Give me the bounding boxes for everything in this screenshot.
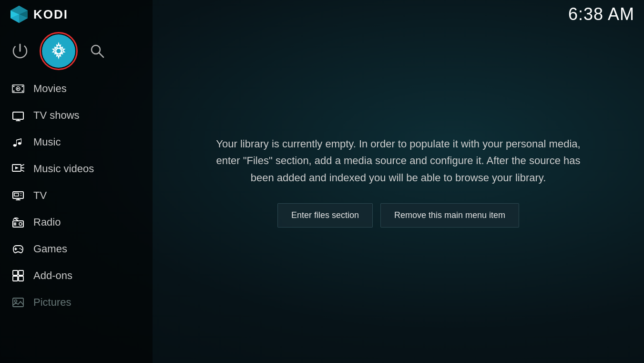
remove-menu-item-button[interactable]: Remove this main menu item [380, 203, 519, 228]
svg-rect-19 [13, 112, 23, 119]
svg-line-26 [22, 170, 24, 171]
sidebar-item-tv[interactable]: TV [0, 182, 153, 209]
pictures-label: Pictures [33, 296, 71, 309]
tv-shows-label: TV shows [33, 109, 80, 122]
movies-icon [11, 82, 25, 95]
svg-point-9 [56, 48, 61, 54]
empty-library-panel: Your library is currently empty. In orde… [203, 126, 594, 237]
svg-point-15 [13, 91, 15, 92]
sidebar-item-games[interactable]: Games [0, 236, 153, 262]
clock-display: 6:38 AM [568, 4, 634, 24]
tv-label: TV [33, 189, 47, 202]
sidebar-item-add-ons[interactable]: Add-ons [0, 262, 153, 289]
svg-rect-30 [14, 193, 19, 196]
svg-point-39 [20, 248, 20, 249]
sidebar-item-music-videos[interactable]: Music videos [0, 156, 153, 182]
header-bar: KODI 6:38 AM [0, 0, 644, 29]
sidebar-item-music[interactable]: Music [0, 129, 153, 156]
main-content-area: Your library is currently empty. In orde… [153, 0, 644, 363]
svg-point-34 [19, 223, 22, 226]
top-nav [0, 29, 153, 73]
tv-icon [11, 189, 25, 202]
search-icon [90, 43, 105, 59]
power-icon [11, 42, 29, 60]
svg-point-31 [20, 193, 21, 194]
tv-shows-icon [11, 109, 25, 122]
kodi-logo-icon [10, 5, 29, 24]
sidebar-item-pictures[interactable]: Pictures [0, 289, 153, 316]
logo-area: KODI [10, 5, 68, 24]
music-videos-icon [11, 162, 25, 176]
power-button[interactable] [10, 41, 31, 62]
radio-label: Radio [33, 216, 61, 228]
addons-icon [11, 269, 25, 282]
svg-rect-43 [13, 276, 18, 281]
svg-point-46 [15, 300, 17, 302]
svg-point-13 [13, 86, 15, 87]
games-label: Games [33, 243, 67, 255]
music-icon [11, 135, 25, 149]
sidebar-item-tv-shows[interactable]: TV shows [0, 102, 153, 129]
add-ons-label: Add-ons [33, 270, 72, 282]
radio-icon [11, 216, 25, 229]
gear-icon [50, 42, 68, 60]
movies-label: Movies [33, 83, 67, 95]
svg-rect-42 [19, 270, 23, 275]
svg-rect-41 [13, 270, 18, 275]
svg-point-40 [21, 249, 22, 250]
svg-point-14 [22, 86, 23, 87]
music-label: Music [33, 136, 61, 148]
enter-files-button[interactable]: Enter files section [277, 203, 373, 228]
games-icon [11, 242, 25, 256]
svg-point-32 [20, 195, 21, 196]
search-button[interactable] [87, 41, 108, 62]
sidebar-item-movies[interactable]: Movies [0, 75, 153, 102]
main-menu: Movies TV shows Music [0, 75, 153, 363]
sidebar: Movies TV shows Music [0, 0, 153, 363]
music-videos-label: Music videos [33, 163, 94, 175]
action-buttons-group: Enter files section Remove this main men… [213, 203, 584, 228]
svg-point-16 [22, 91, 23, 92]
empty-library-message: Your library is currently empty. In orde… [213, 135, 584, 186]
kodi-brand-text: KODI [33, 7, 68, 22]
svg-line-11 [99, 53, 103, 57]
svg-line-24 [22, 165, 24, 166]
pictures-icon [11, 296, 25, 309]
settings-button[interactable] [42, 34, 75, 68]
svg-marker-23 [15, 166, 19, 169]
svg-rect-44 [19, 276, 23, 281]
svg-marker-18 [17, 88, 20, 90]
sidebar-item-radio[interactable]: Radio [0, 209, 153, 236]
